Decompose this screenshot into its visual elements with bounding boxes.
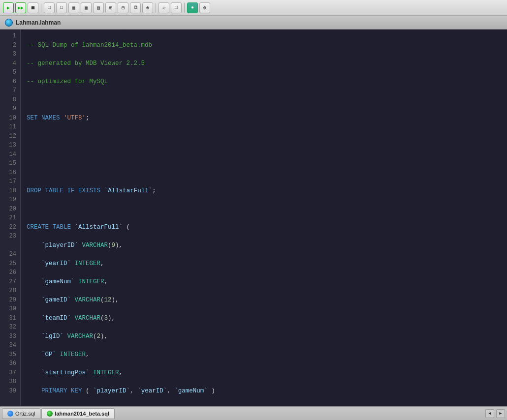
code-line-13: `yearID` INTEGER, [27, 259, 507, 269]
line-num-7: 7 [2, 86, 16, 95]
tabs-nav: ◀ ▶ [485, 409, 505, 418]
toolbar-btn-5[interactable]: □ [56, 2, 67, 13]
titlebar: Lahman.lahman [0, 16, 507, 30]
line-num-17: 17 [2, 177, 16, 186]
line-num-32: 32 [2, 323, 16, 332]
toolbar-btn-10[interactable]: ⊟ [118, 2, 128, 13]
line-num-31: 31 [2, 314, 16, 323]
code-line-8 [27, 168, 507, 178]
line-num-28: 28 [2, 286, 16, 296]
line-num-5: 5 [2, 68, 16, 77]
line-num-6: 6 [2, 77, 16, 87]
line-num-10: 10 [2, 114, 16, 123]
toolbar-btn-6[interactable]: ▦ [68, 2, 79, 13]
code-line-14: `gameNum` INTEGER, [27, 277, 507, 287]
line-num-11: 11 [2, 122, 16, 132]
line-num-3: 3 [2, 50, 16, 59]
line-num-38: 38 [2, 377, 16, 387]
code-line-4 [27, 95, 507, 105]
code-line-19: `startingPos` INTEGER, [27, 368, 507, 378]
tab-nav-next[interactable]: ▶ [496, 409, 505, 418]
code-line-1: -- SQL Dump of lahman2014_beta.mdb [27, 41, 507, 50]
toolbar-btn-7[interactable]: ▦ [81, 2, 92, 13]
stop-button[interactable]: ⏹ [28, 2, 38, 13]
line-num-13: 13 [2, 141, 16, 150]
line-num-22: 22 [2, 223, 16, 232]
line-num-37: 37 [2, 368, 16, 378]
code-line-7 [27, 150, 507, 159]
line-num-27: 27 [2, 277, 16, 287]
toolbar-btn-9[interactable]: ⊞ [105, 2, 116, 13]
code-line-9: DROP TABLE IF EXISTS `AllstarFull`; [27, 186, 507, 196]
line-numbers: 1 2 3 4 5 6 7 8 9 10 11 12 13 14 15 16 1… [0, 30, 21, 406]
toolbar-btn-8[interactable]: ▤ [93, 2, 104, 13]
line-num-18: 18 [2, 186, 16, 196]
toolbar: ▶ ▶▶ ⏹ □ □ ▦ ▦ ▤ ⊞ ⊟ ⧉ ⊕ ↩ □ ● ⚙ [0, 0, 507, 16]
line-num-16: 16 [2, 168, 16, 178]
code-line-2: -- generated by MDB Viewer 2.2.5 [27, 59, 507, 68]
separator-3 [184, 3, 185, 13]
code-line-17: `lgID` VARCHAR(2), [27, 332, 507, 341]
toolbar-btn-13[interactable]: ↩ [158, 2, 169, 13]
titlebar-icon [5, 19, 13, 27]
code-line-3: -- optimized for MySQL [27, 77, 507, 87]
line-num-1: 1 [2, 31, 16, 41]
line-num-39: 39 [2, 387, 16, 396]
tab-ortiz-label: Ortiz.sql [15, 411, 35, 417]
code-line-5: SET NAMES 'UTF8'; [27, 114, 507, 123]
line-num-19: 19 [2, 195, 16, 205]
line-num-33: 33 [2, 332, 16, 341]
tab-lahman[interactable]: lahman2014_beta.sql [41, 408, 115, 419]
line-num-21: 21 [2, 213, 16, 223]
toolbar-btn-12[interactable]: ⊕ [142, 2, 153, 13]
toolbar-active-btn[interactable]: ● [187, 2, 198, 13]
line-num-24: 24 [2, 250, 16, 259]
code-line-15: `gameID` VARCHAR(12), [27, 296, 507, 305]
tab-ortiz[interactable]: Ortiz.sql [2, 408, 40, 419]
toolbar-btn-15[interactable]: ⚙ [199, 2, 210, 13]
code-area[interactable]: -- SQL Dump of lahman2014_beta.mdb -- ge… [21, 30, 507, 406]
toolbar-btn-4[interactable]: □ [44, 2, 55, 13]
separator-2 [156, 3, 156, 13]
code-line-12: `playerID` VARCHAR(9), [27, 241, 507, 250]
editor-container: 1 2 3 4 5 6 7 8 9 10 11 12 13 14 15 16 1… [0, 30, 507, 406]
line-num-15: 15 [2, 159, 16, 168]
line-num-23b [2, 241, 16, 250]
line-num-2: 2 [2, 41, 16, 50]
line-num-8: 8 [2, 95, 16, 105]
code-line-10 [27, 205, 507, 214]
line-num-12: 12 [2, 132, 16, 141]
line-num-23: 23 [2, 232, 16, 241]
play-button[interactable]: ▶ [3, 2, 14, 13]
line-num-20: 20 [2, 205, 16, 214]
tabs-bar: Ortiz.sql lahman2014_beta.sql ◀ ▶ [0, 406, 507, 420]
play-into-button[interactable]: ▶▶ [15, 2, 26, 13]
code-line-11: CREATE TABLE `AllstarFull` ( [27, 223, 507, 232]
tab-lahman-label: lahman2014_beta.sql [55, 411, 109, 417]
code-line-16: `teamID` VARCHAR(3), [27, 314, 507, 323]
tab-lahman-icon [47, 411, 53, 417]
code-line-20: PRIMARY KEY ( `playerID`, `yearID`, `gam… [27, 387, 507, 396]
line-num-4: 4 [2, 59, 16, 68]
line-num-35: 35 [2, 350, 16, 360]
line-num-36: 36 [2, 359, 16, 368]
line-num-25: 25 [2, 259, 16, 269]
tab-ortiz-icon [7, 411, 13, 417]
line-num-29: 29 [2, 296, 16, 305]
toolbar-btn-14[interactable]: □ [171, 2, 182, 13]
line-num-9: 9 [2, 104, 16, 114]
tab-nav-prev[interactable]: ◀ [485, 409, 494, 418]
code-line-18: `GP` INTEGER, [27, 350, 507, 360]
code-line-6 [27, 132, 507, 141]
titlebar-text: Lahman.lahman [16, 19, 61, 26]
line-num-14: 14 [2, 150, 16, 159]
separator-1 [41, 3, 41, 13]
line-num-30: 30 [2, 304, 16, 314]
line-num-26: 26 [2, 268, 16, 277]
line-num-34: 34 [2, 341, 16, 350]
toolbar-btn-11[interactable]: ⧉ [130, 2, 141, 13]
